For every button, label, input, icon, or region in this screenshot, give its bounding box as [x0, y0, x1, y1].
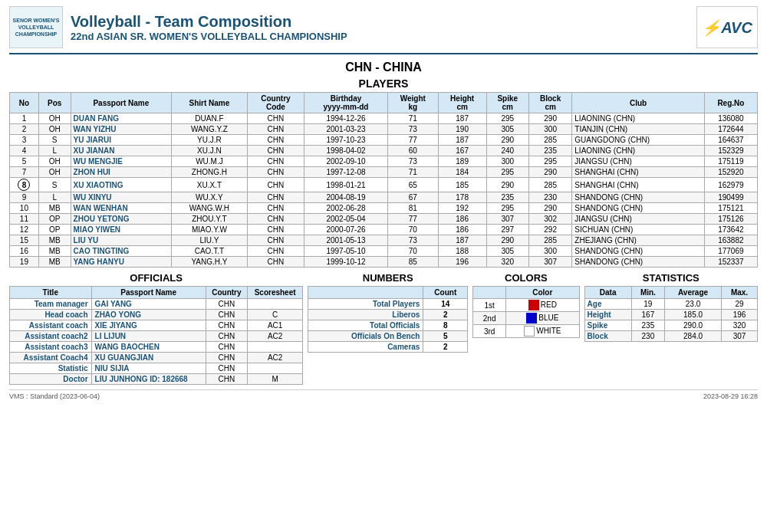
- sub-title: 22nd ASIAN SR. WOMEN'S VOLLEYBALL CHAMPI…: [71, 31, 347, 42]
- player-pos: OH: [38, 124, 71, 135]
- player-weight: 60: [387, 146, 438, 156]
- player-block: 285: [528, 135, 571, 146]
- player-country: CHN: [247, 167, 304, 178]
- official-country: CHN: [206, 299, 247, 310]
- player-name: XU JIANAN: [71, 146, 172, 156]
- player-block: 302: [528, 214, 571, 225]
- official-scoresheet: [248, 342, 303, 353]
- table-row: Total Players 14: [308, 299, 468, 310]
- player-regno: 175126: [704, 214, 757, 225]
- col-count: Count: [423, 287, 468, 299]
- officials-section: OFFICIALS Title Passport Name Country Sc…: [9, 272, 303, 385]
- player-name: YU JIARUI: [71, 135, 172, 146]
- number-label: Total Players: [308, 299, 423, 310]
- official-title: Assistant coach3: [10, 342, 92, 353]
- header: SENOR WOMEN'SVOLLEYBALLCHAMPIONSHIP Voll…: [9, 6, 758, 54]
- stats-table: Data Min. Average Max. Age 19 23.0 29 He…: [584, 286, 758, 342]
- table-row: 8 S XU XIAOTING XU.X.T CHN 1998-01-21 65…: [10, 178, 758, 192]
- player-weight: 71: [387, 113, 438, 124]
- player-spike: 305: [486, 124, 528, 135]
- table-row: 16 MB CAO TINGTING CAO.T.T CHN 1997-05-1…: [10, 246, 758, 257]
- col-numbers-label: [308, 287, 423, 299]
- color-swatch-icon: [526, 313, 537, 323]
- table-row: 9 L WU XINYU WU.X.Y CHN 2004-08-19 67 17…: [10, 192, 758, 203]
- player-club: GUANGDONG (CHN): [572, 135, 704, 146]
- table-row: 4 L XU JIANAN XU.J.N CHN 1998-04-02 60 1…: [10, 146, 758, 156]
- player-name: WAN YIZHU: [71, 124, 172, 135]
- officials-header-row: Title Passport Name Country Scoresheet: [10, 287, 303, 299]
- player-birthday: 1997-10-23: [304, 135, 387, 146]
- player-birthday: 1997-05-10: [304, 246, 387, 257]
- player-spike: 295: [486, 167, 528, 178]
- stat-max: 320: [722, 320, 758, 331]
- player-no: 12: [10, 225, 39, 235]
- stat-label: Height: [584, 310, 631, 320]
- player-block: 290: [528, 113, 571, 124]
- player-regno: 190499: [704, 192, 757, 203]
- player-club: SHANDONG (CHN): [572, 192, 704, 203]
- player-weight: 73: [387, 124, 438, 135]
- stat-max: 196: [722, 310, 758, 320]
- col-passport: Passport Name: [91, 287, 206, 299]
- main-title: Volleyball - Team Composition: [71, 13, 347, 31]
- colors-title: COLORS: [472, 272, 579, 284]
- player-regno: 136080: [704, 113, 757, 124]
- color-rank: 2nd: [473, 312, 506, 325]
- player-pos: OP: [38, 214, 71, 225]
- player-spike: 297: [486, 225, 528, 235]
- player-name: YANG HANYU: [71, 257, 172, 268]
- player-height: 187: [438, 135, 486, 146]
- stat-max: 29: [722, 299, 758, 310]
- player-name: CAO TINGTING: [71, 246, 172, 257]
- player-pos: L: [38, 146, 71, 156]
- table-row: Liberos 2: [308, 310, 468, 320]
- official-name: LI LIJUN: [91, 331, 206, 342]
- player-regno: 164637: [704, 135, 757, 146]
- official-title: Team manager: [10, 299, 92, 310]
- player-regno: 177069: [704, 246, 757, 257]
- number-label: Liberos: [308, 310, 423, 320]
- player-block: 300: [528, 246, 571, 257]
- color-rank: 3rd: [473, 325, 506, 338]
- player-club: SHANDONG (CHN): [572, 246, 704, 257]
- header-title: Volleyball - Team Composition 22nd ASIAN…: [71, 13, 347, 42]
- player-regno: 152920: [704, 167, 757, 178]
- official-scoresheet: C: [248, 310, 303, 320]
- col-spike: Spikecm: [486, 93, 528, 113]
- player-regno: 173642: [704, 225, 757, 235]
- footer-right: 2023-08-29 16:28: [703, 392, 758, 400]
- player-pos: S: [38, 178, 71, 192]
- col-rank: [473, 287, 506, 299]
- player-name: DUAN FANG: [71, 113, 172, 124]
- player-spike: 305: [486, 246, 528, 257]
- col-color: Color: [506, 287, 579, 299]
- player-weight: 77: [387, 214, 438, 225]
- player-spike: 235: [486, 192, 528, 203]
- official-title: Head coach: [10, 310, 92, 320]
- player-birthday: 2004-08-19: [304, 192, 387, 203]
- player-pos: OH: [38, 167, 71, 178]
- colors-section: COLORS Color 1st RED 2nd BLUE 3rd: [472, 272, 579, 385]
- official-name: XIE JIYANG: [91, 320, 206, 331]
- player-birthday: 2001-03-23: [304, 124, 387, 135]
- player-country: CHN: [247, 192, 304, 203]
- official-title: Assistant coach: [10, 320, 92, 331]
- official-country: CHN: [206, 310, 247, 320]
- player-no: 4: [10, 146, 39, 156]
- col-no: No: [10, 93, 39, 113]
- col-regno: Reg.No: [704, 93, 757, 113]
- championship-logo: SENOR WOMEN'SVOLLEYBALLCHAMPIONSHIP: [9, 6, 63, 48]
- official-country: CHN: [206, 363, 247, 374]
- table-row: 19 MB YANG HANYU YANG.H.Y CHN 1999-10-12…: [10, 257, 758, 268]
- player-spike: 240: [486, 146, 528, 156]
- official-country: CHN: [206, 353, 247, 363]
- statistics-title: STATISTICS: [584, 272, 758, 284]
- official-name: GAI YANG: [91, 299, 206, 310]
- official-scoresheet: AC2: [248, 331, 303, 342]
- player-block: 292: [528, 225, 571, 235]
- official-name: WANG BAOCHEN: [91, 342, 206, 353]
- player-regno: 175119: [704, 156, 757, 167]
- player-club: JIANGSU (CHN): [572, 214, 704, 225]
- table-row: Age 19 23.0 29: [584, 299, 757, 310]
- player-pos: S: [38, 135, 71, 146]
